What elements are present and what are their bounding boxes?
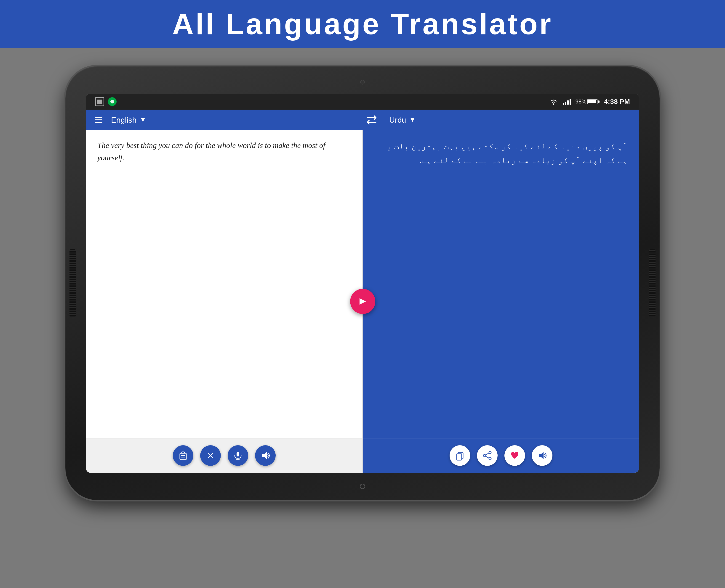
signal-bar-3 (567, 100, 569, 105)
hamburger-line-3 (95, 122, 102, 123)
speaker-right (649, 249, 656, 317)
source-dropdown-arrow: ▼ (140, 116, 146, 124)
status-time: 4:38 PM (604, 98, 630, 105)
svg-point-15 (483, 455, 486, 457)
app-title: All Language Translator (172, 7, 553, 41)
svg-marker-10 (262, 452, 267, 459)
hamburger-line-1 (95, 117, 102, 118)
signal-bars (563, 99, 571, 105)
svg-point-0 (110, 100, 114, 103)
signal-bar-4 (569, 99, 571, 105)
battery-body (587, 99, 598, 104)
svg-point-14 (489, 458, 491, 460)
wifi-icon (549, 98, 558, 105)
status-bar: 98% 4:38 PM (86, 93, 639, 110)
copy-icon (455, 450, 465, 461)
translate-fab-icon (356, 295, 369, 308)
swap-icon (365, 115, 378, 125)
speaker-left (69, 249, 76, 317)
output-speaker-icon (537, 450, 547, 461)
hamburger-line-2 (95, 120, 102, 120)
input-panel: The very best thing you can do for the w… (86, 130, 363, 473)
target-language-label: Urdu (389, 115, 406, 124)
app-toolbar: English ▼ Urdu ▼ (86, 110, 639, 130)
clipboard-button[interactable] (173, 445, 193, 466)
battery-tip (598, 101, 600, 103)
battery-icon: 98% (576, 99, 600, 105)
battery-fill (588, 100, 596, 103)
svg-rect-7 (237, 452, 239, 457)
favorite-button[interactable] (504, 445, 525, 466)
status-left-icons (95, 97, 117, 106)
home-button[interactable] (360, 484, 365, 489)
source-language-selector[interactable]: English ▼ (111, 115, 354, 124)
input-text[interactable]: The very best thing you can do for the w… (86, 130, 362, 438)
app-content: The very best thing you can do for the w… (86, 130, 639, 473)
screenshot-img (97, 100, 102, 104)
app-notification-icon (108, 97, 117, 106)
output-panel: آپ کو پوری دنیا کے لئے کیا کر سکتے ہیں ب… (363, 130, 639, 473)
camera-dot (360, 80, 365, 84)
mic-icon (233, 450, 243, 461)
clipboard-icon (178, 450, 188, 461)
svg-point-13 (489, 451, 491, 454)
swap-languages-button[interactable] (361, 113, 382, 127)
signal-bar-1 (563, 103, 564, 105)
status-right-icons: 98% 4:38 PM (549, 98, 630, 105)
share-button[interactable] (477, 445, 498, 466)
source-language-label: English (111, 115, 137, 124)
clear-button[interactable] (200, 445, 221, 466)
top-banner: All Language Translator (0, 0, 725, 48)
share-icon (482, 450, 492, 461)
translate-fab-button[interactable] (350, 289, 375, 314)
speaker-icon (260, 450, 270, 461)
copy-button[interactable] (449, 445, 470, 466)
svg-point-1 (553, 103, 554, 105)
screenshot-icon (95, 97, 104, 106)
input-speaker-button[interactable] (255, 445, 276, 466)
signal-bar-2 (565, 102, 566, 105)
svg-rect-12 (457, 454, 462, 460)
output-text: آپ کو پوری دنیا کے لئے کیا کر سکتے ہیں ب… (363, 130, 639, 438)
circle-icon-svg (110, 99, 115, 104)
svg-rect-2 (180, 453, 186, 460)
tablet-device: 98% 4:38 PM English ▼ (65, 66, 660, 500)
clear-icon (205, 450, 216, 461)
menu-button[interactable] (93, 115, 104, 125)
output-actions-bar (363, 438, 639, 473)
svg-marker-18 (539, 452, 544, 459)
tablet-screen: 98% 4:38 PM English ▼ (86, 93, 639, 473)
svg-marker-19 (360, 298, 366, 304)
input-actions-bar (86, 438, 362, 473)
svg-line-17 (486, 456, 489, 458)
microphone-button[interactable] (228, 445, 248, 466)
output-speaker-button[interactable] (532, 445, 552, 466)
svg-line-16 (486, 453, 489, 455)
battery-percent: 98% (576, 99, 586, 105)
target-language-selector[interactable]: Urdu ▼ (389, 115, 632, 124)
heart-icon (510, 450, 520, 461)
target-dropdown-arrow: ▼ (409, 116, 416, 124)
